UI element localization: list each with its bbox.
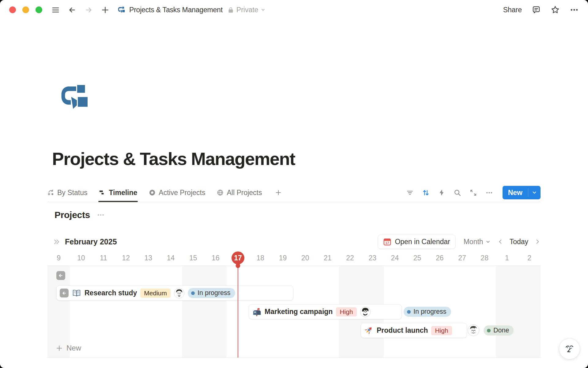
scale-label: Month [464, 238, 483, 246]
day-10[interactable]: 10 [70, 250, 92, 266]
tab-label: By Status [57, 189, 87, 197]
status-pill[interactable]: Done [484, 325, 514, 335]
timeline-bar-research-study[interactable]: Research study Medium In progress [56, 286, 293, 301]
notion-ai-button[interactable] [559, 338, 580, 359]
sort-icon[interactable] [422, 189, 430, 197]
today-button[interactable]: Today [510, 238, 528, 246]
expand-icon[interactable] [469, 189, 477, 197]
view-more-icon[interactable] [485, 189, 493, 197]
open-in-calendar-button[interactable]: 17 Open in Calendar [378, 235, 455, 249]
day-23[interactable]: 23 [361, 250, 384, 266]
status-pill[interactable]: In progress [188, 288, 235, 298]
timeline-scale-dropdown[interactable]: Month [464, 238, 491, 246]
chevron-down-icon [261, 7, 266, 12]
close-window-button[interactable] [9, 6, 16, 13]
breadcrumb[interactable]: Projects & Tasks Management [117, 6, 223, 14]
mailbox-icon [252, 307, 261, 316]
day-11[interactable]: 11 [92, 250, 115, 266]
view-toolbar: New [406, 186, 541, 199]
day-14[interactable]: 14 [160, 250, 182, 266]
weekend-column [182, 266, 204, 358]
assignee-avatar[interactable] [360, 307, 371, 317]
tab-timeline[interactable]: Timeline [99, 183, 137, 202]
day-15[interactable]: 15 [182, 250, 204, 266]
timeline-body: Research study Medium In progress Market… [47, 266, 541, 358]
favorite-star-icon[interactable] [551, 5, 560, 14]
tab-label: All Projects [227, 189, 262, 197]
assignee-avatar[interactable] [174, 288, 184, 298]
previous-month-icon[interactable] [497, 239, 503, 245]
forward-icon[interactable] [85, 6, 93, 14]
day-27[interactable]: 27 [451, 250, 473, 266]
assignee-avatar[interactable] [468, 324, 479, 336]
day-12[interactable]: 12 [115, 250, 137, 266]
scroll-to-start-button[interactable] [60, 289, 69, 297]
timeline-bar-product-launch[interactable]: Product launch High [361, 323, 467, 338]
comments-icon[interactable] [532, 5, 541, 14]
day-16[interactable]: 16 [204, 250, 227, 266]
filter-icon[interactable] [406, 189, 414, 197]
search-icon[interactable] [454, 189, 461, 197]
tab-active-projects[interactable]: Active Projects [149, 183, 205, 202]
day-28[interactable]: 28 [473, 250, 496, 266]
privacy-dropdown[interactable]: Private [228, 6, 266, 14]
back-icon[interactable] [68, 6, 76, 14]
task-title: Research study [85, 289, 137, 297]
open-in-calendar-label: Open in Calendar [395, 238, 450, 246]
day-24[interactable]: 24 [384, 250, 406, 266]
status-dot [191, 291, 195, 295]
app-window: Projects & Tasks Management Private Shar… [0, 0, 588, 368]
day-20[interactable]: 20 [294, 250, 316, 266]
new-button[interactable]: New [503, 186, 541, 199]
timeline-month-label: February 2025 [65, 237, 117, 246]
day-18[interactable]: 18 [249, 250, 272, 266]
timeline-bar-marketing-campaign[interactable]: Marketing campaign High [249, 304, 402, 319]
priority-badge[interactable]: High [336, 307, 356, 316]
window-controls [9, 6, 42, 13]
database-more-icon[interactable] [97, 211, 105, 219]
day-9[interactable]: 9 [47, 250, 70, 266]
status-pill[interactable]: In progress [404, 307, 451, 317]
day-26[interactable]: 26 [428, 250, 451, 266]
automation-bolt-icon[interactable] [438, 189, 445, 196]
minimize-window-button[interactable] [22, 6, 29, 13]
share-button[interactable]: Share [503, 6, 522, 14]
page-title: Projects & Tasks Management [52, 148, 295, 169]
new-tab-icon[interactable] [101, 6, 109, 14]
rocket-icon [364, 326, 373, 335]
task-title: Product launch [377, 326, 428, 335]
priority-badge[interactable]: High [431, 326, 452, 335]
day-13[interactable]: 13 [137, 250, 160, 266]
scroll-to-item-button[interactable] [56, 271, 65, 280]
priority-badge[interactable]: Medium [140, 289, 171, 298]
svg-text:17: 17 [386, 241, 389, 244]
sidebar-menu-icon[interactable] [51, 6, 60, 14]
open-book-icon [72, 289, 81, 298]
tab-by-status[interactable]: By Status [47, 183, 87, 202]
new-dropdown-icon[interactable] [528, 186, 541, 199]
status-dot [487, 329, 491, 332]
new-button-label[interactable]: New [503, 186, 528, 199]
new-item-row[interactable]: New [55, 340, 81, 356]
left-brow [566, 346, 569, 347]
status-dot [407, 310, 411, 314]
day-2[interactable]: 2 [518, 250, 541, 266]
page-icon[interactable] [58, 82, 91, 114]
more-options-icon[interactable] [570, 5, 579, 14]
new-item-label: New [66, 344, 81, 352]
day-21[interactable]: 21 [316, 250, 339, 266]
day-25[interactable]: 25 [406, 250, 428, 266]
double-chevron-right-icon[interactable] [53, 238, 61, 246]
tab-all-projects[interactable]: All Projects [217, 183, 262, 202]
star-circle-icon [149, 189, 156, 196]
day-1[interactable]: 1 [496, 250, 518, 266]
add-view-icon[interactable] [275, 189, 282, 196]
next-month-icon[interactable] [534, 239, 541, 245]
task-title: Marketing campaign [265, 308, 333, 316]
zoom-window-button[interactable] [36, 6, 42, 13]
today-marker: 17 [232, 251, 244, 264]
day-19[interactable]: 19 [272, 250, 294, 266]
day-22[interactable]: 22 [339, 250, 361, 266]
timeline-days: 9101112131415161718192021222324252627281… [47, 250, 541, 266]
database-title: Projects [55, 210, 90, 220]
